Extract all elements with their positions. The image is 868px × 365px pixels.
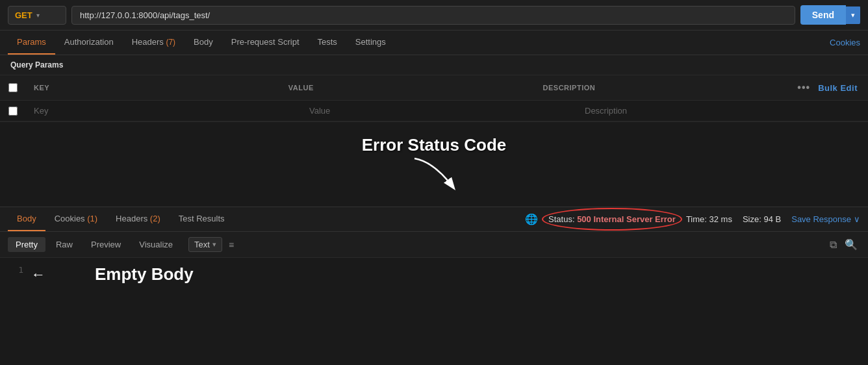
table-actions: ••• Bulk Edit [789,79,868,96]
request-tabs-bar: Params Authorization Headers (7) Body Pr… [0,31,868,55]
line-number: 1 [10,264,23,275]
format-tab-raw[interactable]: Raw [48,237,81,252]
col-key: KEY [26,81,281,94]
format-tab-visualize[interactable]: Visualize [131,237,181,252]
query-params-label: Query Params [0,55,868,75]
tab-body[interactable]: Body [185,31,222,55]
status-label: Status: 500 Internal Server Error [548,214,676,224]
search-icon[interactable]: 🔍 [842,236,860,253]
format-tab-preview[interactable]: Preview [83,237,129,252]
response-tab-headers[interactable]: Headers (2) [107,207,170,231]
filter-icon[interactable]: ≡ [229,240,234,250]
response-tab-cookies[interactable]: Cookies (1) [45,207,107,231]
top-bar: GET ▾ Send ▾ [0,0,868,31]
tab-authorization[interactable]: Authorization [55,31,123,55]
header-checkbox[interactable] [8,83,18,92]
tab-pre-request-script[interactable]: Pre-request Script [222,31,309,55]
empty-body-label: Empty Body [95,264,194,284]
size-text: Size: 94 B [743,214,781,224]
text-format-label: Text [194,240,210,249]
response-tab-test-results[interactable]: Test Results [170,207,234,231]
tab-tests[interactable]: Tests [309,31,346,55]
key-cell[interactable]: Key [26,101,301,121]
col-value: VALUE [281,81,535,94]
method-chevron-icon: ▾ [36,12,40,19]
time-text: Time: 32 ms [686,214,732,224]
tab-params[interactable]: Params [8,31,55,55]
copy-icon[interactable]: ⧉ [827,236,839,253]
status-oval-wrapper: Status: 500 Internal Server Error [548,214,676,224]
value-cell[interactable]: Value [301,101,577,121]
text-format-chevron-icon: ▾ [212,240,216,249]
annotation-arrow [395,155,473,194]
more-icon[interactable]: ••• [797,82,810,94]
annotation-area: Error Status Code [0,122,868,207]
send-button-wrap: Send ▾ [800,5,860,25]
globe-icon: 🌐 [525,213,538,225]
row-actions [852,106,868,116]
url-input[interactable] [71,6,795,25]
format-tab-pretty[interactable]: Pretty [8,237,45,252]
status-code: 500 Internal Server Error [577,214,676,224]
error-status-title: Error Status Code [362,135,507,155]
tab-settings[interactable]: Settings [346,31,395,55]
description-cell[interactable]: Description [577,101,852,121]
method-select[interactable]: GET ▾ [8,6,66,25]
format-bar: Pretty Raw Preview Visualize Text ▾ ≡ ⧉ … [0,232,868,258]
cookies-link[interactable]: Cookies [830,31,860,54]
row-checkbox[interactable] [8,107,18,116]
send-button[interactable]: Send [800,5,846,25]
table-header: KEY VALUE DESCRIPTION ••• Bulk Edit [0,75,868,101]
params-table: KEY VALUE DESCRIPTION ••• Bulk Edit Key … [0,75,868,122]
status-area: 🌐 Status: 500 Internal Server Error Time… [525,213,860,225]
tab-headers[interactable]: Headers (7) [123,31,185,55]
text-format-select[interactable]: Text ▾ [188,237,222,252]
col-description: DESCRIPTION [535,81,790,94]
body-area: 1 ← Empty Body [0,258,868,303]
response-tab-body[interactable]: Body [8,207,45,231]
bulk-edit-button[interactable]: Bulk Edit [818,83,858,93]
table-row: Key Value Description [0,101,868,121]
response-tabs-bar: Body Cookies (1) Headers (2) Test Result… [0,207,868,232]
arrow-left-icon: ← [31,266,45,283]
save-response-button[interactable]: Save Response ∨ [791,214,860,224]
body-annotation: ← Empty Body [31,264,194,284]
send-dropdown-button[interactable]: ▾ [846,6,860,24]
method-label: GET [15,10,32,20]
